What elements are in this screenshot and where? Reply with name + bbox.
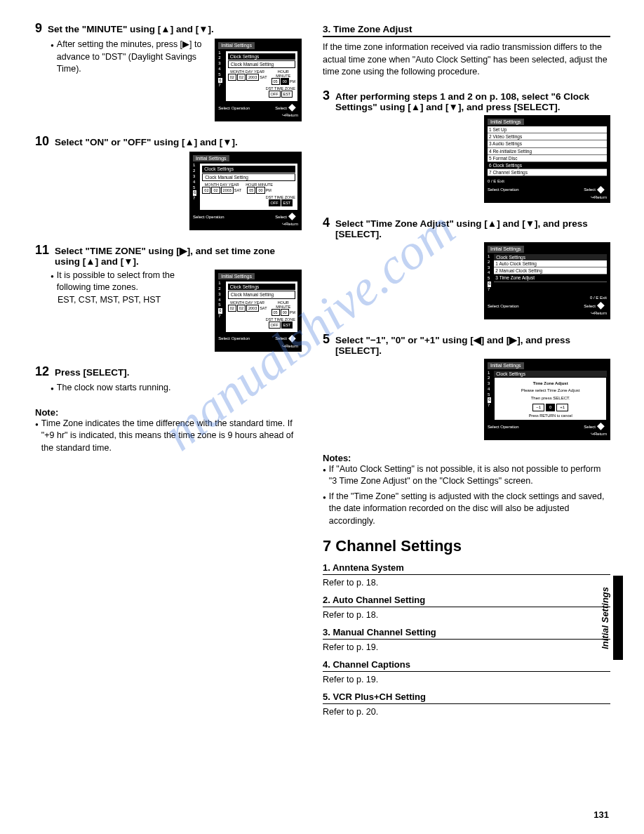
menu-item: 2 Manual Clock Setting bbox=[494, 267, 607, 274]
shot-foot: Select bbox=[584, 304, 596, 309]
step-body-text: After setting the minutes, press [▶] to … bbox=[57, 39, 208, 76]
val: 00 bbox=[256, 187, 264, 194]
menu-item: 7 Channel Settings bbox=[488, 169, 607, 176]
tz-msg: Please select Time Zone Adjust bbox=[497, 387, 604, 395]
page-number: 131 bbox=[593, 809, 609, 820]
val: 2003 bbox=[246, 305, 259, 312]
step-body: The clock now starts running. bbox=[57, 382, 171, 395]
screenshot-step3: Initial Settings 1 Set Up 2 Video Settin… bbox=[484, 115, 610, 204]
shot-foot-return: ↪Return bbox=[218, 113, 298, 118]
val-year: 2003 bbox=[246, 74, 259, 81]
val-month: 02 bbox=[228, 74, 236, 81]
note-2: If the "Time Zone" setting is adjusted w… bbox=[329, 491, 610, 528]
shot-subtitle: Clock Settings bbox=[494, 371, 607, 377]
shot-foot: Select bbox=[275, 336, 287, 341]
val-day: 02 bbox=[237, 74, 246, 81]
step-title: Press [SELECT]. bbox=[55, 367, 130, 378]
shot-title: Initial Settings bbox=[488, 119, 524, 126]
step-3: 3 After performing steps 1 and 2 on p. 1… bbox=[323, 88, 610, 204]
step-number: 4 bbox=[323, 216, 330, 230]
shot-sidebar-nums: 1234567 bbox=[488, 371, 492, 421]
tz-opt-selected: 0 bbox=[546, 404, 555, 411]
shot-title: Initial Settings bbox=[488, 246, 524, 253]
right-column: 3. Time Zone Adjust If the time zone inf… bbox=[323, 21, 610, 720]
val: OFF bbox=[269, 322, 281, 329]
step-title: Select "ON" or "OFF" using [▲] and [▼]. bbox=[55, 137, 238, 147]
nav-diamond-icon bbox=[288, 334, 298, 344]
refer-channel-captions: Refer to p. 19. bbox=[323, 675, 610, 684]
notes-heading: Notes: bbox=[323, 453, 610, 463]
val: 00 bbox=[281, 309, 289, 316]
tz-return-hint: Press RETURN to cancel bbox=[497, 413, 604, 418]
note-1: If "Auto Clock Setting" is not possible,… bbox=[329, 463, 610, 488]
shot-return: ↪Return bbox=[218, 344, 298, 349]
step-title: After performing steps 1 and 2 on p. 108… bbox=[335, 91, 610, 112]
step-number: 9 bbox=[35, 21, 42, 36]
menu-item-selected: 6 Clock Settings bbox=[488, 162, 607, 169]
shot-foot: Select bbox=[275, 215, 287, 220]
menu-exit: 0 / E Exit bbox=[488, 179, 607, 184]
val: 05 bbox=[247, 187, 255, 194]
val: PM bbox=[290, 309, 295, 316]
shot-sidebar-nums: 1234567 bbox=[488, 254, 492, 293]
refer-auto-channel: Refer to p. 18. bbox=[323, 610, 610, 620]
step-title: Set the "MINUTE" using [▲] and [▼]. bbox=[48, 24, 214, 34]
val: 02 bbox=[202, 187, 210, 194]
sub-antenna: 1. Anntena System bbox=[323, 562, 610, 575]
refer-manual-channel: Refer to p. 19. bbox=[323, 642, 610, 652]
heading-channel-settings: 7 Channel Settings bbox=[323, 537, 610, 555]
left-column: 9 Set the "MINUTE" using [▲] and [▼]. Af… bbox=[35, 21, 302, 720]
step-12: 12 Press [SELECT]. The clock now starts … bbox=[35, 364, 302, 395]
menu-item-selected: 3 Time Zone Adjust bbox=[494, 274, 607, 282]
screenshot-step9: Initial Settings 1234567 Clock Settings … bbox=[215, 39, 302, 121]
note-heading: Note: bbox=[35, 407, 302, 418]
val-ampm: PM bbox=[290, 78, 295, 85]
shot-subtitle2: Clock Manual Setting bbox=[202, 173, 295, 181]
shot-subtitle2: Clock Manual Setting bbox=[228, 291, 295, 298]
shot-return: ↪Return bbox=[488, 432, 607, 437]
sub-vcr-plus: 5. VCR Plus+CH Setting bbox=[323, 691, 610, 704]
step-number: 5 bbox=[323, 332, 330, 347]
refer-antenna: Refer to p. 18. bbox=[323, 578, 610, 588]
step-number: 12 bbox=[35, 364, 49, 379]
menu-list: 1 Auto Clock Setting 2 Manual Clock Sett… bbox=[494, 260, 607, 282]
nav-diamond-icon bbox=[597, 422, 607, 432]
refer-vcr-plus: Refer to p. 20. bbox=[323, 707, 610, 717]
val: SAT bbox=[260, 305, 267, 312]
val: 05 bbox=[271, 309, 280, 316]
val-dst: OFF bbox=[269, 91, 281, 98]
menu-item: 1 Auto Clock Setting bbox=[494, 260, 607, 267]
shot-foot: Select Operation bbox=[488, 425, 519, 430]
step-11: 11 Select "TIME ZONE" using [▶], and set… bbox=[35, 243, 302, 352]
val-hour: 05 bbox=[271, 78, 280, 85]
val: 2003 bbox=[221, 187, 234, 194]
shot-foot: Select bbox=[584, 187, 596, 192]
tz-intro: If the time zone information received vi… bbox=[323, 41, 610, 79]
shot-subtitle: Clock Settings bbox=[494, 254, 607, 260]
shot-return: ↪Return bbox=[193, 222, 298, 227]
shot-foot-select: Select bbox=[275, 106, 287, 111]
step-5: 5 Select "−1", "0" or "+1" using [◀] and… bbox=[323, 332, 610, 440]
step-number: 3 bbox=[323, 88, 330, 103]
menu-list: 1 Set Up 2 Video Settings 3 Audio Settin… bbox=[488, 126, 607, 176]
side-tab-bar bbox=[613, 576, 623, 660]
sub-auto-channel: 2. Auto Channel Setting bbox=[323, 595, 610, 607]
side-tab: Initial Settings bbox=[597, 576, 623, 660]
shot-sidebar-nums: 1234567 bbox=[218, 51, 223, 102]
step-title: Select "Time Zone Adjust" using [▲] and … bbox=[335, 218, 610, 239]
val-minute: 00 bbox=[281, 78, 289, 85]
val: EST bbox=[281, 322, 293, 329]
nav-diamond-icon bbox=[597, 301, 607, 311]
screenshot-step10: Initial Settings 1234567 Clock Settings … bbox=[189, 152, 302, 230]
step-9: 9 Set the "MINUTE" using [▲] and [▼]. Af… bbox=[35, 21, 302, 121]
menu-item: 1 Set Up bbox=[488, 126, 607, 133]
shot-title: Initial Settings bbox=[488, 362, 524, 369]
note-block: Note: Time Zone indicates the time diffe… bbox=[35, 407, 302, 455]
shot-return: ↪Return bbox=[488, 311, 607, 316]
val: 02 bbox=[228, 305, 236, 312]
shot-subtitle2: Clock Manual Setting bbox=[228, 60, 295, 68]
shot-title: Initial Settings bbox=[218, 42, 255, 49]
step-title: Select "TIME ZONE" using [▶], and set ti… bbox=[55, 245, 302, 267]
shot-title: Initial Settings bbox=[193, 155, 229, 162]
step-10: 10 Select "ON" or "OFF" using [▲] and [▼… bbox=[35, 134, 302, 230]
